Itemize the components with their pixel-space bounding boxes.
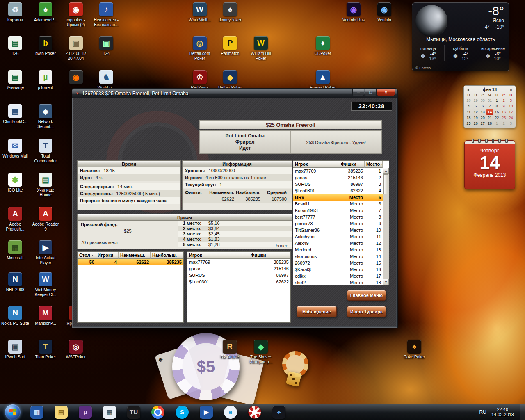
standings-row[interactable]: max77769 385235 1 (293, 168, 389, 174)
desktop-icon[interactable]: ▣ 2012-08-17 20.47.04 (61, 36, 91, 61)
folder-explorer-icon[interactable]: ▤ (55, 406, 68, 419)
desktop-icon[interactable]: T Total Commander (31, 139, 60, 164)
desktop-icon[interactable]: ◉ mppoker - Ярлык (2) (61, 2, 91, 27)
calendar-day[interactable]: 4 (465, 103, 472, 109)
calendar-day[interactable]: 10 (507, 103, 514, 109)
seated-player-row[interactable]: SURUS 86997 (187, 272, 290, 278)
desktop-icon[interactable]: ◈ Network Securit... (31, 104, 60, 129)
standings-row[interactable]: skef2 Место 18 (293, 279, 389, 286)
window-titlebar[interactable]: ✶ 13679638 $25 Omaha Freeroll, Pot Limit… (72, 89, 397, 98)
desktop-icon[interactable]: ♦ CDPoker (308, 36, 338, 56)
standings-row[interactable]: Korvin1953 Место 7 (293, 207, 389, 214)
calendar-day[interactable]: 12 (472, 109, 479, 115)
poker-club-icon[interactable]: ♣ (272, 406, 285, 419)
calendar-day[interactable]: 29 (472, 98, 479, 103)
column-header-chips[interactable]: Фишки (339, 161, 365, 168)
calendar-day[interactable]: 20 (479, 115, 486, 121)
desktop-icon[interactable]: ◆ The Sims™ Истории р... (246, 340, 276, 365)
desktop-icon[interactable]: µ µTorrent (31, 70, 60, 90)
desktop-icon[interactable]: ◉ (61, 70, 91, 85)
maximize-button[interactable]: □ (365, 89, 377, 96)
weather-widget[interactable]: -8° Ясно -4° -10° Мытищи, Московская обл… (412, 2, 509, 71)
standings-row[interactable]: SURUS 86997 3 (293, 181, 389, 187)
standings-row[interactable]: $Leo0301 62622 4 (293, 187, 389, 194)
calendar-day[interactable]: 21 (486, 115, 493, 121)
calendar-day[interactable]: 25 (465, 121, 472, 126)
poker-chip-icon[interactable] (248, 406, 261, 419)
standings-row[interactable]: $Karat$ Место 16 (293, 266, 389, 273)
calendar-day[interactable]: 3 (507, 98, 514, 103)
calendar-day[interactable]: 13 (479, 109, 486, 115)
internet-explorer-icon[interactable]: e (224, 406, 237, 419)
media-player-icon[interactable]: ▶ (200, 406, 213, 419)
app-window-icon[interactable]: ▥ (30, 406, 43, 419)
column-header-players[interactable]: Игроки (96, 252, 119, 259)
standings-row[interactable]: TiltGamer86 Место 10 (293, 227, 389, 233)
desktop-icon[interactable]: ♔ RedKings (185, 70, 215, 90)
desktop-icon[interactable]: ▤ 126 (0, 36, 30, 56)
calendar-next-button[interactable]: ► (509, 88, 514, 92)
desktop-icon[interactable]: b bwin Poker (31, 36, 60, 56)
desktop-icon[interactable]: ▦ Minecraft (0, 240, 30, 260)
column-header-min[interactable]: Наименьш. (119, 252, 151, 259)
calculator-icon[interactable]: ▦ (103, 406, 116, 419)
desktop-icon[interactable]: ◎ WSFPoker (61, 340, 91, 360)
skype-icon[interactable]: S (176, 406, 189, 419)
calendar-day[interactable]: 17 (507, 109, 514, 115)
calendar-day[interactable]: 28 (465, 98, 472, 103)
show-desktop-button[interactable] (520, 404, 525, 420)
desktop-icon[interactable]: W WhiteWolf... (185, 2, 215, 23)
tournament-info-button[interactable]: Инфо Турнира (347, 306, 386, 317)
desktop-icon[interactable]: ◉ Ventrilo (370, 2, 399, 23)
chrome-icon[interactable] (151, 406, 164, 419)
desktop-icon[interactable]: W William Hill Poker (246, 36, 276, 61)
calendar-widget[interactable]: ◄ фев 13 ► ПВСЧПСВ 282930311234567891011… (463, 85, 516, 128)
calendar-day[interactable]: 2 (500, 98, 507, 103)
column-header-player[interactable]: Игрок (187, 252, 249, 259)
calendar-day[interactable]: 3 (507, 121, 514, 126)
utorrent-icon[interactable]: µ (79, 406, 92, 419)
desktop-icon[interactable]: R R2 Online (215, 340, 244, 360)
desktop-icon[interactable]: ▤ ChmBookC... (0, 104, 30, 124)
scroll-thumb[interactable] (383, 174, 388, 194)
calendar-day[interactable]: 27 (479, 121, 486, 126)
desktop-icon[interactable]: P Parimatch (215, 36, 245, 56)
column-header-table[interactable]: Стол▲ (78, 252, 96, 259)
language-indicator[interactable]: RU (479, 409, 486, 415)
desktop-icon[interactable]: ♠ Cake Poker (399, 340, 429, 360)
standings-scrollbar[interactable]: ▲ ▼ (383, 168, 389, 285)
standings-row[interactable]: 260972 Место 15 (293, 260, 389, 266)
desktop-icon[interactable]: ♠ AdameveP... (31, 2, 60, 23)
table-row[interactable]: 50 4 62622 385235 (78, 259, 183, 265)
close-button[interactable]: × (377, 89, 395, 96)
calendar-day[interactable]: 23 (500, 115, 507, 121)
desktop-icon[interactable]: ✉ Windows Mail (0, 139, 30, 159)
desktop-icon[interactable]: ◉ Ventrilo Rus (339, 2, 368, 23)
desktop-icon[interactable]: ▣ IPweb Surf (0, 340, 30, 360)
calendar-day[interactable]: 28 (486, 121, 493, 126)
desktop-icon[interactable]: N Nokia PC Suite (0, 306, 30, 326)
desktop-icon[interactable]: ◎ Betfair.com Poker (185, 36, 215, 61)
minimize-button[interactable]: ─ (352, 89, 364, 96)
standings-row[interactable]: Alex49 Место 12 (293, 240, 389, 247)
calendar-prev-button[interactable]: ◄ (465, 88, 471, 92)
seated-player-row[interactable]: max77769 385235 (187, 259, 290, 265)
desktop-icon[interactable]: ♠ JimmyPoker (215, 2, 245, 23)
standings-row[interactable]: pomor73 Место 9 (293, 220, 389, 227)
desktop-icon[interactable]: ▤ Училище Новое (31, 173, 60, 198)
start-button[interactable] (5, 404, 21, 420)
standings-row[interactable]: Besnil1 Место 6 (293, 201, 389, 207)
calendar-day[interactable]: 11 (465, 109, 472, 115)
desktop-icon[interactable]: A Adobe Photosh... (0, 207, 30, 232)
calendar-day[interactable]: 31 (486, 98, 493, 103)
calendar-day[interactable]: 24 (507, 115, 514, 121)
standings-row[interactable]: ganas 215146 2 (293, 174, 389, 181)
calendar-day[interactable]: 6 (479, 103, 486, 109)
standings-row[interactable]: edikx Место 17 (293, 273, 389, 279)
clock[interactable]: 22:40 14.02.2013 (491, 407, 514, 418)
calendar-day[interactable]: 22 (493, 115, 500, 121)
calendar-day[interactable]: 1 (493, 98, 500, 103)
scroll-down-button[interactable]: ▼ (383, 279, 389, 285)
scroll-up-button[interactable]: ▲ (383, 168, 389, 174)
standings-row[interactable]: bert77777 Место 8 (293, 214, 389, 220)
